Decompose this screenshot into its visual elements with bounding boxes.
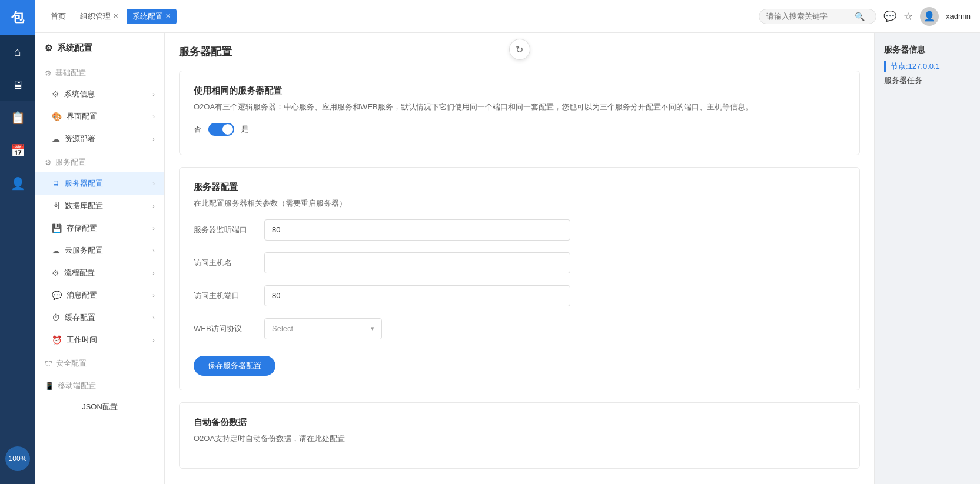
sidebar-item-dbconfig[interactable]: 🗄 数据库配置 › (35, 195, 164, 217)
chevron-sysinfo: › (152, 91, 155, 98)
tab-org[interactable]: 组织管理 ✕ (74, 9, 124, 24)
web-protocol-select[interactable]: Select ▾ (264, 318, 382, 339)
sysinfo-icon: ⚙ (52, 89, 59, 99)
sidebar-item-msgconfig[interactable]: 💬 消息配置 › (35, 284, 164, 306)
section-mobile-icon: 📱 (45, 382, 54, 390)
search-icon: 🔍 (855, 12, 865, 21)
chevron-uiconfig: › (152, 113, 155, 120)
listen-port-label: 服务器监听端口 (194, 225, 264, 235)
chevron-cloudconfig: › (152, 247, 155, 254)
username: xadmin (946, 12, 971, 21)
right-panel-node[interactable]: 节点:127.0.0.1 (884, 61, 971, 72)
chevron-worktime: › (152, 336, 155, 343)
tab-sysconfig[interactable]: 系统配置 ✕ (127, 9, 177, 24)
sidebar-title: ⚙ 系统配置 (35, 33, 164, 61)
section1-title: 使用相同的服务器配置 (194, 85, 845, 96)
section-same-config: 使用相同的服务器配置 O2OA有三个逻辑服务器：中心服务、应用服务和WEB服务，… (179, 71, 860, 155)
zoom-indicator: 100% (5, 446, 30, 471)
save-server-config-button[interactable]: 保存服务器配置 (194, 356, 275, 376)
main-content: ↻ 服务器配置 使用相同的服务器配置 O2OA有三个逻辑服务器：中心服务、应用服… (165, 33, 874, 484)
form-row-hostname: 访问主机名 (194, 252, 845, 273)
resource-icon: ☁ (52, 134, 60, 143)
sidebar-section-security: 🛡 安全配置 (35, 353, 164, 373)
sidebar-item-uiconfig[interactable]: 🎨 界面配置 › (35, 105, 164, 128)
section3-desc: O2OA支持定时自动备份数据，请在此处配置 (194, 433, 845, 445)
tab-sysconfig-close[interactable]: ✕ (165, 12, 171, 20)
search-box[interactable]: 🔍 (759, 9, 876, 24)
sidebar-item-serverconfig[interactable]: 🖥 服务器配置 › (35, 172, 164, 195)
sidebar-item-cloudconfig[interactable]: ☁ 云服务配置 › (35, 239, 164, 262)
form-row-listen-port: 服务器监听端口 (194, 219, 845, 241)
same-config-toggle[interactable] (208, 123, 234, 136)
flowconfig-icon: ⚙ (52, 268, 59, 278)
sidebar-item-worktime[interactable]: ⏰ 工作时间 › (35, 329, 164, 351)
section2-title: 服务器配置 (194, 182, 845, 193)
uiconfig-icon: 🎨 (52, 112, 62, 121)
sidebar-item-resource[interactable]: ☁ 资源部署 › (35, 128, 164, 150)
section-service-icon: ⚙ (45, 158, 52, 167)
right-panel-server-task[interactable]: 服务器任务 (884, 75, 971, 86)
toggle-no-label: 否 (194, 124, 201, 135)
chevron-down-icon: ▾ (371, 325, 374, 332)
tab-home[interactable]: 首页 (45, 9, 72, 24)
hostname-label: 访问主机名 (194, 258, 264, 268)
section-basic-icon: ⚙ (45, 69, 52, 78)
toggle-yes-label: 是 (241, 124, 249, 135)
cloudconfig-icon: ☁ (52, 246, 60, 255)
avatar: 👤 (920, 7, 939, 26)
sidebar-item-json[interactable]: JSON配置 (35, 396, 164, 418)
form-row-host-port: 访问主机端口 (194, 285, 845, 306)
chevron-flowconfig: › (152, 269, 155, 276)
refresh-button[interactable]: ↻ (509, 39, 530, 60)
sidebar-item-storageconfig[interactable]: 💾 存储配置 › (35, 217, 164, 239)
sidebar-item-sysinfo[interactable]: ⚙ 系统信息 › (35, 83, 164, 105)
hostname-input[interactable] (264, 252, 570, 273)
chevron-cacheconfig: › (152, 314, 155, 321)
right-panel-title: 服务器信息 (884, 45, 971, 55)
tab-org-close[interactable]: ✕ (113, 12, 118, 20)
host-port-input[interactable] (264, 285, 570, 306)
right-panel: 服务器信息 节点:127.0.0.1 服务器任务 (874, 33, 980, 484)
chevron-resource: › (152, 135, 155, 142)
nav-calendar[interactable]: 📅 (0, 134, 35, 167)
worktime-icon: ⏰ (52, 335, 62, 345)
section-auto-backup: 自动备份数据 O2OA支持定时自动备份数据，请在此处配置 (179, 402, 860, 469)
sidebar-section-basic: ⚙ 基础配置 (35, 63, 164, 83)
section2-desc: 在此配置服务器相关参数（需要重启服务器） (194, 198, 845, 210)
nav-home[interactable]: ⌂ (0, 35, 35, 68)
listen-port-input[interactable] (264, 219, 570, 241)
section-server-config: 服务器配置 在此配置服务器相关参数（需要重启服务器） 服务器监听端口 访问主机名… (179, 167, 860, 390)
sidebar-section-service: ⚙ 服务配置 (35, 152, 164, 172)
msgconfig-icon: 💬 (52, 291, 62, 300)
sidebar-section-mobile: 📱 移动端配置 (35, 376, 164, 396)
chevron-storageconfig: › (152, 225, 155, 232)
section1-desc: O2OA有三个逻辑服务器：中心服务、应用服务和WEB服务，默认情况下它们使用同一… (194, 101, 845, 114)
nav-doc[interactable]: 📋 (0, 101, 35, 134)
storageconfig-icon: 💾 (52, 223, 62, 233)
app-logo: 包 (0, 0, 35, 35)
app-wrapper: 首页 组织管理 ✕ 系统配置 ✕ 🔍 💬 ☆ 👤 xadmin ⚙ 系统配置 (35, 0, 980, 484)
nav-monitor[interactable]: 🖥 (0, 68, 35, 101)
sidebar-item-flowconfig[interactable]: ⚙ 流程配置 › (35, 262, 164, 284)
content-area: ⚙ 系统配置 ⚙ 基础配置 ⚙ 系统信息 › 🎨 界面配置 › ☁ 资源部署 › (35, 33, 980, 484)
sidebar-item-cacheconfig[interactable]: ⏱ 缓存配置 › (35, 306, 164, 329)
chevron-serverconfig: › (152, 180, 155, 187)
nav-user[interactable]: 👤 (0, 167, 35, 200)
host-port-label: 访问主机端口 (194, 291, 264, 301)
toggle-row: 否 是 (194, 123, 845, 136)
section3-title: 自动备份数据 (194, 417, 845, 428)
cacheconfig-icon: ⏱ (52, 313, 60, 322)
web-protocol-label: WEB访问协议 (194, 323, 264, 334)
form-row-web-protocol: WEB访问协议 Select ▾ (194, 318, 845, 339)
dbconfig-icon: 🗄 (52, 201, 60, 211)
message-icon[interactable]: 💬 (883, 10, 896, 23)
settings-icon: ⚙ (45, 43, 52, 54)
header-right: 🔍 💬 ☆ 👤 xadmin (759, 7, 971, 26)
section-security-icon: 🛡 (45, 359, 52, 368)
icon-bar: 包 ⌂ 🖥 📋 📅 👤 100% (0, 0, 35, 484)
serverconfig-icon: 🖥 (52, 179, 60, 188)
sidebar: ⚙ 系统配置 ⚙ 基础配置 ⚙ 系统信息 › 🎨 界面配置 › ☁ 资源部署 › (35, 33, 165, 484)
star-icon[interactable]: ☆ (903, 10, 913, 23)
chevron-dbconfig: › (152, 202, 155, 209)
search-input[interactable] (766, 12, 855, 21)
